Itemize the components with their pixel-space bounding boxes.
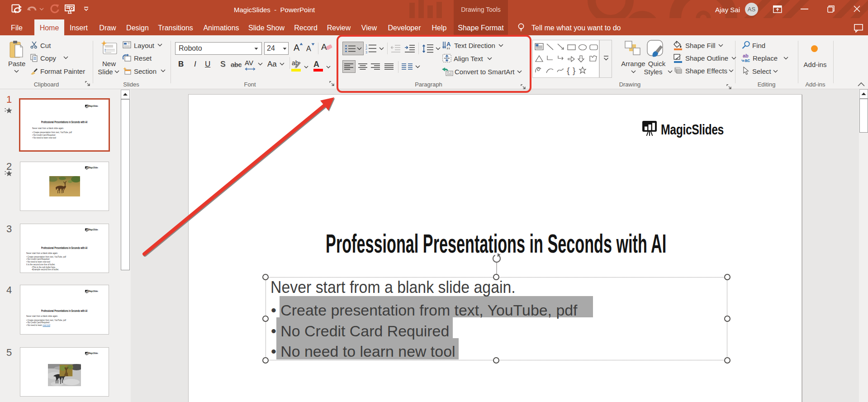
svg-text:MagicSlides: MagicSlides xyxy=(89,290,99,293)
svg-text:MagicSlides: MagicSlides xyxy=(89,352,99,355)
svg-text:ac: ac xyxy=(745,57,750,62)
svg-text:}: } xyxy=(573,66,575,75)
svg-text:{: { xyxy=(567,66,570,75)
svg-text:MagicSlides: MagicSlides xyxy=(89,167,99,169)
svg-text:MagicSlides: MagicSlides xyxy=(89,105,99,108)
svg-text:MagicSlides: MagicSlides xyxy=(89,229,99,231)
